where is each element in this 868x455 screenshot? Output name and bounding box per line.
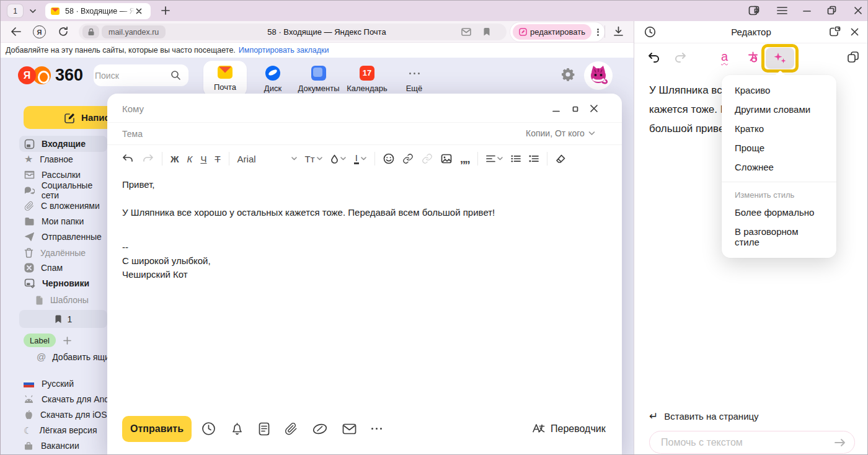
copy-text-icon[interactable] (847, 51, 859, 63)
folder-attachments[interactable]: С вложениями (19, 198, 107, 214)
new-tab-button[interactable] (161, 6, 170, 15)
search-input[interactable] (94, 70, 158, 81)
search-box[interactable] (94, 64, 188, 86)
add-mailbox[interactable]: @ Добавить ящик (37, 351, 113, 362)
link-icon[interactable] (402, 153, 414, 164)
folder-sent[interactable]: Отправленные (19, 229, 107, 245)
menu-item-rephrase[interactable]: Другими словами (722, 100, 836, 119)
envelope-icon[interactable] (342, 423, 356, 435)
menu-item-beautify[interactable]: Красиво (722, 81, 836, 100)
active-tab[interactable]: 58 · Входящие — Яндек (45, 3, 151, 19)
menu-item-casual[interactable]: В разговорном стиле (722, 222, 836, 252)
redo-icon[interactable] (142, 154, 154, 164)
numbered-list-icon[interactable] (529, 155, 539, 162)
service-docs[interactable]: Документы (297, 65, 340, 93)
folder-trash[interactable]: Удалённые (19, 245, 107, 261)
side-panels-icon[interactable] (748, 4, 760, 17)
bullet-list-icon[interactable] (511, 155, 521, 162)
user-avatar[interactable] (584, 61, 613, 90)
service-calendar[interactable]: 17 Календарь (345, 65, 389, 93)
back-icon[interactable] (11, 27, 22, 37)
vacancies-link[interactable]: Вакансии (24, 439, 79, 453)
insert-to-page-button[interactable]: ↵ Вставить на страницу (649, 411, 759, 422)
light-version-link[interactable]: ☾ Лёгкая версия (24, 423, 97, 437)
reminder-bell-icon[interactable] (231, 422, 244, 436)
font-size-select[interactable]: Tт (305, 154, 322, 164)
close-window-icon[interactable] (854, 6, 862, 15)
service-mail[interactable]: Почта (203, 61, 247, 97)
ai-rewrite-button[interactable] (766, 48, 794, 69)
downloads-icon[interactable] (613, 26, 624, 37)
attach-file-icon[interactable] (285, 422, 298, 436)
open-in-window-icon[interactable] (829, 26, 841, 37)
add-label-icon[interactable] (63, 337, 71, 345)
menu-item-complexify[interactable]: Сложнее (722, 157, 836, 177)
edit-pill-more-icon[interactable] (597, 27, 599, 37)
highlight-color-select[interactable] (330, 154, 346, 164)
download-ios-link[interactable]: Скачать для iOS (24, 408, 107, 422)
minimize-icon[interactable] (803, 10, 811, 12)
yandex360-logo[interactable]: Я 360 (18, 66, 83, 85)
message-body-editor[interactable]: Привет, У Шляпника все хорошо у остальны… (107, 172, 622, 407)
lock-icon[interactable] (82, 25, 99, 38)
translate-kana-icon[interactable] (746, 51, 760, 64)
folder-spam[interactable]: Спам (19, 260, 107, 276)
bookmark-icon[interactable] (483, 27, 490, 37)
send-button[interactable]: Отправить (122, 416, 192, 442)
language-link[interactable]: Русский (24, 377, 74, 391)
font-family-select[interactable]: Arial (237, 154, 297, 164)
url-text[interactable]: mail.yandex.ru (102, 25, 166, 38)
panel-undo-icon[interactable] (647, 51, 660, 64)
compose-close-icon[interactable] (590, 104, 598, 113)
spellcheck-button[interactable]: a (721, 50, 728, 64)
tabs-chevron-down-icon[interactable] (29, 8, 37, 14)
folder-my-folders[interactable]: Мои папки (19, 213, 107, 229)
panel-redo-icon[interactable] (674, 51, 688, 64)
to-field[interactable]: Кому (107, 94, 622, 123)
settings-gear-icon[interactable] (560, 67, 575, 82)
schedule-send-icon[interactable] (202, 422, 216, 436)
compose-minimize-icon[interactable] (552, 110, 560, 112)
folder-drafts[interactable]: Черновики (19, 275, 107, 291)
folder-main[interactable]: ★ Главное (19, 151, 107, 167)
service-more[interactable]: Ещё (395, 65, 433, 93)
text-color-select[interactable]: I (354, 153, 366, 164)
eraser-icon[interactable] (556, 154, 565, 164)
italic-button[interactable]: К (187, 154, 193, 164)
template-icon[interactable] (259, 422, 270, 436)
folder-templates[interactable]: Шаблоны (19, 292, 107, 308)
undo-icon[interactable] (122, 154, 134, 164)
bookmarked-filter[interactable]: 1 (19, 310, 107, 328)
tab-close-icon[interactable] (136, 8, 142, 14)
insert-image-icon[interactable] (441, 154, 452, 164)
align-select[interactable] (486, 155, 503, 162)
menu-item-formal[interactable]: Более формально (722, 203, 836, 222)
signature-icon[interactable] (312, 423, 327, 435)
unlink-icon[interactable] (422, 153, 433, 164)
panel-close-icon[interactable] (850, 27, 859, 37)
subject-field[interactable]: Тема Копии, От кого (107, 123, 622, 145)
url-bar[interactable]: 58 · Входящие — Яндекс Почта mail.yandex… (79, 24, 507, 40)
bold-button[interactable]: Ж (170, 154, 179, 164)
emoji-icon[interactable] (383, 153, 394, 164)
mail-notify-icon[interactable] (461, 28, 471, 36)
tab-counter-button[interactable]: 1 (7, 4, 24, 18)
folder-inbox[interactable]: Входящие (19, 136, 107, 152)
import-bookmarks-link[interactable]: Импортировать закладки (239, 46, 329, 55)
menu-item-simplify[interactable]: Проще (722, 138, 836, 157)
edit-mode-button[interactable]: редактировать (513, 24, 591, 40)
cc-from-toggle[interactable]: Копии, От кого (526, 128, 595, 138)
more-options-icon[interactable] (371, 428, 382, 430)
refresh-icon[interactable] (58, 26, 69, 37)
service-disk[interactable]: Диск (251, 65, 294, 93)
yandex-protect-icon[interactable]: Я (33, 25, 46, 38)
submit-arrow-icon[interactable] (834, 437, 846, 448)
folder-social[interactable]: Социальные сети (19, 182, 107, 198)
quote-icon[interactable]: „„ (460, 152, 469, 166)
compose-expand-icon[interactable] (572, 106, 578, 112)
menu-icon[interactable] (777, 6, 787, 15)
label-tag[interactable]: Label (24, 334, 56, 347)
underline-button[interactable]: Ч (200, 154, 206, 164)
translator-button[interactable]: Переводчик (531, 422, 606, 435)
menu-item-shorten[interactable]: Кратко (722, 119, 836, 138)
